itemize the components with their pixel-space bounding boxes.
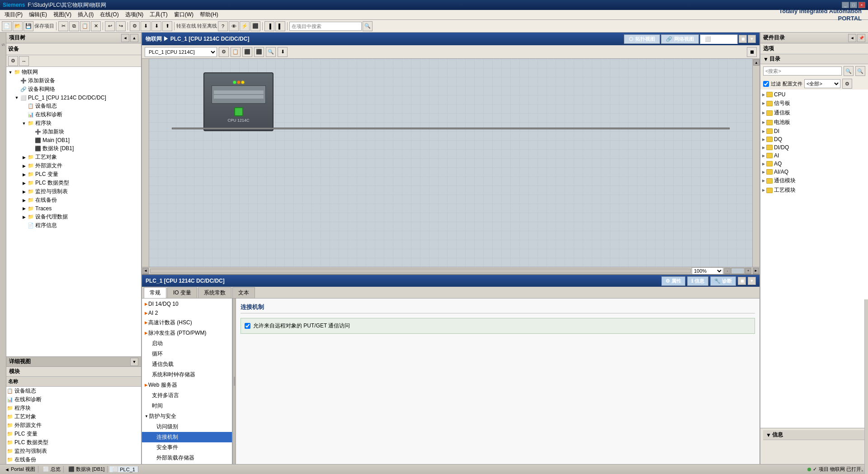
menu-online[interactable]: 在线(O) — [97, 10, 121, 19]
scroll-right-button[interactable]: ► — [753, 268, 759, 274]
panel-right-button[interactable]: ▌ — [275, 21, 285, 31]
catalog-search-btn2[interactable]: 🔍 — [855, 66, 865, 76]
prop-tab-text[interactable]: 文本 — [232, 287, 255, 298]
save-button[interactable]: 💾 — [24, 21, 33, 31]
putget-label[interactable]: 允许来自远程对象的 PUT/GET 通信访问 — [253, 322, 350, 330]
catalog-collapse-button[interactable]: ◄ — [848, 34, 856, 42]
tab-device[interactable]: ⬜ 设备视图 — [700, 34, 738, 44]
status-tab-overview[interactable]: ⬜ 总览 — [40, 466, 64, 473]
detail-item-program[interactable]: 📁 程序块 — [6, 404, 141, 412]
tree-item-add-block[interactable]: ➕ 添加新块 — [6, 128, 141, 136]
catalog-config-select[interactable]: <全部> — [804, 79, 840, 88]
menu-options[interactable]: 选项(N) — [123, 10, 146, 19]
detail-item-online-bak[interactable]: 📁 在线备份 — [6, 455, 141, 464]
prop-tree-web[interactable]: ▶ Web 服务器 — [142, 380, 232, 390]
cat-item-signal[interactable]: ▶ 信号板 — [760, 99, 868, 108]
copy-button[interactable]: ⧉ — [69, 21, 79, 31]
scroll-left-button[interactable]: ◄ — [142, 268, 149, 274]
tree-item-device-config[interactable]: 📋 设备组态 — [6, 102, 141, 110]
putget-checkbox[interactable] — [245, 323, 250, 329]
prop-tree-hsc[interactable]: ▶ 高速计数器 (HSC) — [142, 318, 232, 328]
upload-button[interactable]: ⬆ — [162, 21, 172, 31]
prop-tree-sys-clock[interactable]: 系统和时钟存储器 — [142, 370, 232, 380]
zoom-selector[interactable]: 100% — [692, 267, 723, 275]
cat-item-dq[interactable]: ▶ DQ — [760, 135, 868, 143]
prop-tree-connection[interactable]: 连接机制 — [142, 432, 232, 442]
device-toolbar-btn3[interactable]: ⬛ — [242, 47, 252, 57]
tree-item-tech[interactable]: ▶ 📁 工艺对象 — [6, 153, 141, 161]
minimize-button[interactable]: _ — [842, 2, 849, 8]
open-button[interactable]: 📂 — [13, 21, 23, 31]
force-button[interactable]: ⚡ — [240, 21, 250, 31]
maximize-button[interactable]: □ — [850, 2, 857, 8]
tree-item-plc-var[interactable]: ▶ 📁 PLC 变量 — [6, 170, 141, 179]
prop-tree-security[interactable]: 安全事件 — [142, 442, 232, 453]
panel-left-button[interactable]: ▐ — [264, 21, 274, 31]
device-toolbar-panel[interactable]: ◼ — [747, 47, 757, 57]
device-toolbar-btn4[interactable]: ⬛ — [254, 47, 264, 57]
tree-item-add-device[interactable]: ➕ 添加新设备 — [6, 76, 141, 85]
tree-collapse-button[interactable]: ◄ — [121, 34, 129, 42]
tree-expand-button[interactable]: ▲ — [130, 34, 138, 42]
tree-sync-button[interactable]: ↔ — [19, 56, 29, 66]
view-collapse-button[interactable]: ▼ — [748, 35, 756, 43]
tree-item-plc1[interactable]: ▼ ⬜ PLC_1 [CPU 1214C DC/DC/DC] — [6, 94, 141, 102]
prop-tree-ai[interactable]: ▶ AI 2 — [142, 308, 232, 318]
status-tab-db1[interactable]: ⬛ 数据块 [DB1] — [66, 466, 108, 473]
device-toolbar-btn1[interactable]: ⚙ — [219, 47, 229, 57]
undo-button[interactable]: ↩ — [105, 21, 115, 31]
tree-item-wulianwang[interactable]: ▼ 📁 物联网 — [6, 68, 141, 76]
new-button[interactable]: 📄 — [2, 21, 12, 31]
tree-item-program[interactable]: ▼ 📁 程序块 — [6, 119, 141, 128]
prop-tree-di-dq[interactable]: ▶ DI 14/DQ 10 — [142, 299, 232, 308]
prop-tree-startup[interactable]: 启动 — [142, 338, 232, 349]
scroll-up-button[interactable]: ▲ — [753, 59, 760, 66]
device-toolbar-btn2[interactable]: 📋 — [231, 47, 241, 57]
zoom-minus-button[interactable]: - — [724, 268, 731, 274]
prop-tree-time[interactable]: 时间 — [142, 401, 232, 411]
detail-item-tech[interactable]: 📁 工艺对象 — [6, 412, 141, 421]
prop-tab-io[interactable]: IO 变量 — [167, 287, 197, 298]
h-scrollbar-track[interactable] — [150, 269, 691, 273]
plc-device[interactable]: CPU 1214C — [203, 72, 274, 131]
detail-item-device-config[interactable]: 📋 设备组态 — [6, 387, 141, 395]
cat-item-comm-board[interactable]: ▶ 通信板 — [760, 108, 868, 118]
detail-item-external[interactable]: 📁 外部源文件 — [6, 421, 141, 430]
catalog-search-button[interactable]: 🔍 — [844, 66, 854, 76]
cat-item-tech-module[interactable]: ▶ 工艺模块 — [760, 185, 868, 195]
close-button[interactable]: × — [858, 2, 865, 8]
prop-resize-handle[interactable] — [232, 299, 236, 464]
prop-tree-access[interactable]: 访问级别 — [142, 422, 232, 432]
device-selector[interactable]: PLC_1 [CPU 1214C] — [145, 47, 217, 57]
tab-info[interactable]: ℹ 信息 — [687, 276, 708, 286]
catalog-pin-button[interactable]: 📌 — [857, 34, 865, 42]
cat-item-didq[interactable]: ▶ DI/DQ — [760, 143, 868, 152]
device-canvas[interactable]: CPU 1214C — [149, 59, 752, 267]
tree-item-device-network[interactable]: 🔗 设备和网络 — [6, 85, 141, 94]
tree-filter-button[interactable]: ⚙ — [8, 56, 18, 66]
prop-tree-ext-storage[interactable]: 外部装载存储器 — [142, 453, 232, 463]
title-bar-controls[interactable]: _ □ × — [842, 2, 865, 8]
monitor-button[interactable]: 👁 — [229, 21, 239, 31]
prop-tree-config-ctrl[interactable]: 组态控制 — [142, 463, 232, 464]
tree-item-online-diag[interactable]: 📊 在线和诊断 — [6, 110, 141, 119]
detail-item-monitor[interactable]: 📁 监控与强制表 — [6, 447, 141, 455]
canvas-right-scroll[interactable]: ▲ — [752, 59, 760, 267]
prop-tree-comm-load[interactable]: 通信负载 — [142, 359, 232, 370]
cat-item-di[interactable]: ▶ DI — [760, 127, 868, 135]
menu-help[interactable]: 帮助(H) — [197, 10, 221, 19]
cat-item-battery[interactable]: ▶ 电池板 — [760, 118, 868, 127]
tree-item-device-proxy[interactable]: ▶ 📁 设备代理数据 — [6, 213, 141, 221]
tree-item-prog-info[interactable]: 📄 程序信息 — [6, 221, 141, 230]
cat-item-cpu[interactable]: ▶ CPU — [760, 90, 868, 99]
catalog-filter-btn[interactable]: ⚙ — [842, 79, 852, 89]
tree-item-main-ob1[interactable]: ⬛ Main [OB1] — [6, 136, 141, 144]
prop-tree-pto[interactable]: ▶ 脉冲发生器 (PTO/PWM) — [142, 328, 232, 338]
portal-view-button[interactable]: ◄ Portal 视图 — [2, 466, 38, 473]
tab-network[interactable]: 🔗 网络视图 — [661, 34, 699, 44]
cat-item-comm-module[interactable]: ▶ 通信模块 — [760, 176, 868, 185]
menu-view[interactable]: 视图(V) — [51, 10, 74, 19]
prop-panel-button[interactable]: ◼ — [738, 277, 746, 285]
prop-tree-protection[interactable]: ▼ 防护与安全 — [142, 411, 232, 422]
cat-item-ai[interactable]: ▶ AI — [760, 152, 868, 160]
